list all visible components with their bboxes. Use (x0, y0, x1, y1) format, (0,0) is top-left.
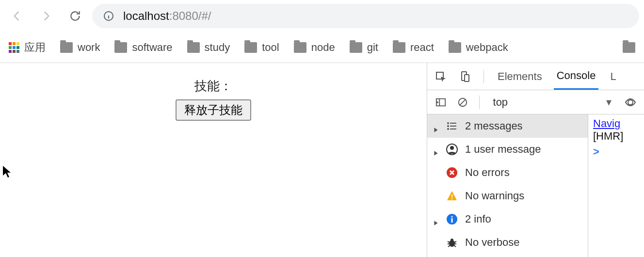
forward-button[interactable] (34, 4, 58, 28)
bookmark-folder-tool[interactable]: tool (244, 41, 279, 54)
sidebar-label: 2 info (465, 213, 491, 225)
svg-point-15 (448, 126, 449, 127)
svg-point-10 (628, 100, 633, 105)
svg-point-23 (451, 216, 452, 217)
context-selector[interactable]: top ▾ (488, 96, 616, 109)
sidebar-label: No warnings (465, 190, 524, 202)
skill-label: 技能： (0, 78, 427, 95)
bookmarks-bar: 应用 work software study tool node git rea… (0, 32, 644, 63)
log-entry-navigated: Navig (593, 117, 639, 130)
address-bar[interactable]: localhost:8080/#/ (92, 4, 639, 28)
browser-toolbar: localhost:8080/#/ (0, 0, 644, 32)
sidebar-label: No verbose (465, 236, 520, 249)
apps-label: 应用 (24, 40, 46, 55)
svg-point-14 (448, 123, 449, 124)
context-selected: top (493, 96, 508, 109)
console-toolbar: top ▾ (427, 90, 644, 114)
divider (479, 96, 480, 109)
console-sidebar: 2 messages 1 user message No errors No w… (427, 114, 588, 257)
folder-icon (187, 42, 200, 53)
bookmark-folder-study[interactable]: study (187, 41, 230, 54)
info-icon (446, 213, 458, 225)
apps-icon (9, 42, 19, 53)
user-icon (446, 143, 458, 156)
svg-point-26 (451, 239, 453, 241)
folder-icon (393, 42, 405, 53)
svg-point-16 (448, 128, 449, 129)
expand-icon[interactable] (433, 146, 439, 152)
svg-rect-24 (451, 218, 453, 223)
sidebar-item-user-messages[interactable]: 1 user message (427, 138, 588, 161)
folder-icon (350, 42, 362, 53)
clear-console-icon[interactable] (455, 95, 470, 110)
content-area: 技能： 释放子技能 Elements Console L (0, 63, 644, 257)
console-prompt-icon[interactable]: > (593, 145, 639, 158)
bookmark-folder-software[interactable]: software (114, 41, 172, 54)
error-icon (446, 166, 458, 179)
svg-line-27 (448, 241, 450, 242)
bug-icon (446, 236, 458, 249)
chevron-down-icon: ▾ (606, 96, 612, 109)
sidebar-label: 2 messages (465, 120, 523, 132)
url-host: localhost (123, 9, 169, 22)
apps-shortcut[interactable]: 应用 (9, 40, 46, 55)
reload-button[interactable] (63, 4, 87, 28)
back-button[interactable] (5, 4, 29, 28)
list-icon (446, 120, 458, 132)
devtools-tabs: Elements Console L (427, 63, 644, 90)
svg-line-9 (459, 99, 466, 105)
console-body: 2 messages 1 user message No errors No w… (427, 114, 644, 257)
bookmark-folder-node[interactable]: node (294, 41, 335, 54)
sidebar-item-verbose[interactable]: No verbose (427, 231, 588, 254)
devtools-panel: Elements Console L top ▾ (427, 63, 644, 257)
bookmark-folder-work[interactable]: work (60, 41, 100, 54)
svg-line-32 (454, 245, 456, 247)
device-toggle-icon[interactable] (457, 69, 473, 84)
svg-line-28 (454, 241, 456, 242)
log-entry-hmr: [HMR] (593, 130, 639, 143)
url-rest: :8080/#/ (169, 9, 211, 22)
sidebar-toggle-icon[interactable] (433, 95, 448, 110)
folder-icon (60, 42, 73, 53)
inspect-element-icon[interactable] (433, 69, 449, 84)
sidebar-item-errors[interactable]: No errors (427, 161, 588, 184)
bookmark-folder-git[interactable]: git (350, 41, 378, 54)
sidebar-item-warnings[interactable]: No warnings (427, 184, 588, 208)
svg-point-18 (450, 146, 454, 150)
folder-icon (623, 42, 635, 53)
expand-icon[interactable] (433, 123, 439, 129)
cursor-icon (2, 165, 12, 180)
bookmark-folder-webpack[interactable]: webpack (449, 41, 508, 54)
page-viewport: 技能： 释放子技能 (0, 63, 427, 257)
tab-console[interactable]: Console (554, 63, 599, 90)
sidebar-item-messages[interactable]: 2 messages (427, 114, 588, 138)
tab-next-partial[interactable]: L (607, 63, 616, 90)
svg-rect-5 (465, 75, 469, 81)
folder-icon (294, 42, 306, 53)
folder-icon (449, 42, 461, 53)
sidebar-item-info[interactable]: 2 info (427, 208, 588, 231)
tab-elements[interactable]: Elements (495, 63, 545, 90)
bookmark-folder-react[interactable]: react (393, 41, 434, 54)
release-skill-button[interactable]: 释放子技能 (176, 99, 251, 121)
sidebar-label: No errors (465, 166, 510, 179)
svg-line-31 (448, 245, 450, 247)
folder-icon (114, 42, 127, 53)
expand-icon[interactable] (433, 216, 439, 222)
live-expression-icon[interactable] (623, 95, 638, 110)
folder-icon (244, 42, 257, 53)
console-log[interactable]: Navig [HMR] > (588, 114, 644, 257)
url-text: localhost:8080/#/ (123, 9, 211, 23)
bookmark-folder-more[interactable] (623, 42, 635, 53)
warning-icon (446, 190, 458, 202)
site-info-icon[interactable] (103, 10, 114, 22)
sidebar-label: 1 user message (465, 143, 541, 156)
divider (483, 70, 484, 83)
svg-point-21 (451, 198, 452, 199)
